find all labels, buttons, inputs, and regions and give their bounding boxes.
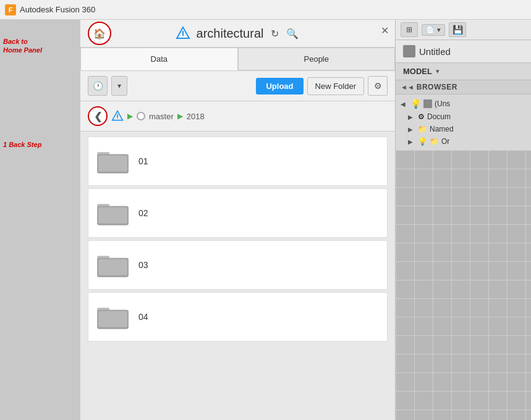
right-toolbar: ⊞ 📄▾ 💾 (396, 20, 531, 40)
svg-rect-15 (98, 259, 127, 275)
tree-arrow-icon: ▶ (408, 114, 415, 120)
refresh-button[interactable]: ↻ (270, 27, 280, 41)
panel-tabs: Data People (80, 48, 395, 71)
folder-name: 04 (138, 312, 148, 322)
bulb-icon: 💡 (410, 99, 421, 109)
list-item[interactable]: 03 (88, 240, 388, 290)
tree-item-unsaved[interactable]: ◀ 💡 (Uns (396, 97, 531, 111)
file-list: 01 02 (80, 132, 395, 420)
breadcrumb-master[interactable]: master (149, 112, 174, 121)
back-navigation-button[interactable]: ❮ (88, 106, 108, 126)
data-panel: 🏠 architectural ↻ 🔍 ✕ Data People (80, 20, 396, 420)
browser-tree: ◀ 💡 (Uns ▶ ⚙ Docum ▶ 📁 Named ▶ 💡 📁 Or (396, 94, 531, 150)
model-label: MODEL (403, 67, 432, 76)
breadcrumb-circle-icon (137, 112, 145, 120)
search-button[interactable]: 🔍 (285, 27, 300, 41)
list-item[interactable]: 02 (88, 188, 388, 238)
box-icon (423, 99, 432, 108)
tab-people[interactable]: People (238, 48, 396, 70)
bulb-small-icon: 💡 (418, 137, 427, 146)
model-dropdown-icon[interactable]: ▾ (436, 67, 440, 75)
svg-rect-11 (98, 207, 127, 223)
home-button[interactable]: 🏠 (88, 22, 111, 45)
list-item[interactable]: 04 (88, 292, 388, 342)
folder-icon (96, 303, 130, 331)
folder-small-icon: 📁 (418, 125, 427, 133)
tree-arrow-icon: ▶ (408, 126, 415, 133)
folder-icon (96, 148, 130, 175)
right-panel: ⊞ 📄▾ 💾 Untitled MODEL ▾ ◄◄ BROWSER ◀ 💡 (396, 20, 531, 420)
panel-title: architectural (197, 27, 264, 41)
new-document-dropdown[interactable]: 📄▾ (422, 24, 445, 36)
tree-item-origin[interactable]: ▶ 💡 📁 Or (396, 135, 531, 148)
breadcrumb-arrow-1: ▶ (127, 112, 133, 120)
breadcrumb-year[interactable]: 2018 (187, 112, 205, 121)
document-icon (403, 45, 415, 57)
tree-item-label: Or (441, 137, 449, 146)
home-panel-annotation: Back toHome Panel (3, 37, 42, 55)
header-icons: ↻ 🔍 (270, 27, 300, 41)
folder-name: 02 (138, 208, 148, 218)
back-step-annotation: 1 Back Step (3, 140, 41, 149)
app-logo-icon: F (5, 4, 16, 15)
breadcrumb-arrow-2: ▶ (177, 112, 183, 120)
tree-item-documents[interactable]: ▶ ⚙ Docum (396, 111, 531, 123)
new-folder-button[interactable]: New Folder (307, 77, 364, 95)
settings-button[interactable]: ⚙ (368, 76, 388, 96)
history-button[interactable]: 🕐 (88, 76, 108, 96)
title-bar: F Autodesk Fusion 360 (0, 0, 531, 20)
folder-name: 03 (138, 260, 148, 270)
folder-icon (96, 251, 130, 279)
breadcrumb-bar: ❮ ▶ master ▶ 2018 (80, 101, 395, 132)
folder-icon (96, 200, 130, 227)
close-panel-button[interactable]: ✕ (381, 25, 389, 36)
document-title-bar: Untitled (396, 40, 531, 63)
annotations-area: Back toHome Panel 1 Back Step (0, 20, 80, 420)
tree-item-named[interactable]: ▶ 📁 Named (396, 123, 531, 135)
panel-title-area: architectural (176, 26, 264, 41)
svg-rect-7 (98, 155, 127, 171)
panel-header: 🏠 architectural ↻ 🔍 ✕ (80, 20, 395, 48)
breadcrumb-logo-icon (111, 110, 124, 122)
folder-name: 01 (138, 156, 148, 166)
browser-label: BROWSER (417, 83, 457, 91)
tree-arrow-icon: ▶ (408, 138, 415, 145)
grid-view-button[interactable]: ⊞ (401, 22, 418, 37)
folder-small-icon-2: 📁 (430, 137, 439, 146)
svg-rect-19 (98, 311, 127, 327)
save-button[interactable]: 💾 (449, 22, 466, 37)
browser-bar: ◄◄ BROWSER (396, 80, 531, 94)
grid-overlay (396, 150, 531, 420)
tree-item-label: (Uns (435, 99, 450, 108)
tree-item-label: Named (430, 125, 454, 133)
upload-button[interactable]: Upload (256, 78, 303, 94)
3d-viewport[interactable] (396, 150, 531, 420)
document-title: Untitled (419, 46, 451, 57)
tree-item-label: Docum (427, 112, 451, 121)
history-dropdown-button[interactable]: ▾ (111, 76, 127, 96)
browser-collapse-icon[interactable]: ◄◄ (401, 83, 414, 91)
app-title: Autodesk Fusion 360 (20, 5, 95, 14)
gear-icon: ⚙ (418, 112, 425, 121)
tree-arrow-icon: ◀ (401, 101, 408, 107)
panel-toolbar: 🕐 ▾ Upload New Folder ⚙ (80, 71, 395, 101)
fusion-logo-icon (176, 26, 190, 41)
tab-data[interactable]: Data (80, 48, 238, 70)
list-item[interactable]: 01 (88, 136, 388, 186)
model-bar: MODEL ▾ (396, 63, 531, 80)
